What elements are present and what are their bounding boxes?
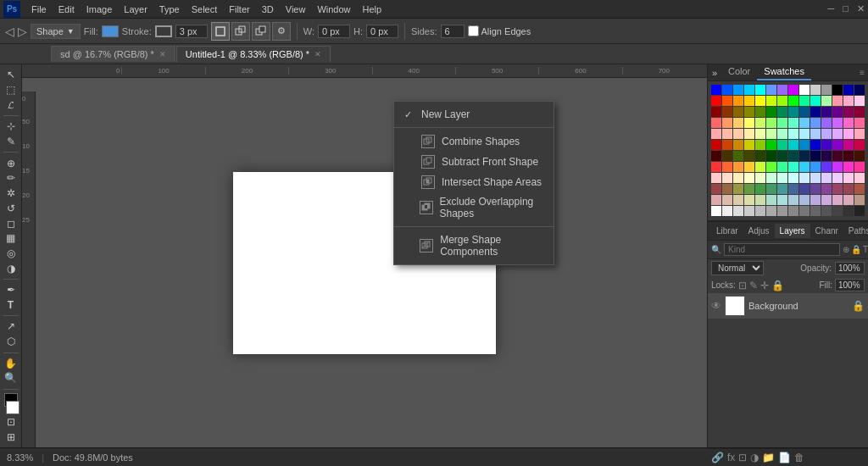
color-swatch-cell[interactable] [777,162,787,172]
color-swatch-cell[interactable] [810,140,821,150]
color-swatch-cell[interactable] [854,129,865,139]
back-arrow-icon[interactable]: ◁ [5,25,14,38]
layer-style-icon[interactable]: fx [727,452,735,463]
color-swatch-cell[interactable] [810,173,821,183]
color-swatch-cell[interactable] [854,96,865,106]
color-swatch-cell[interactable] [733,162,743,172]
color-swatch-cell[interactable] [799,195,810,205]
color-swatch-cell[interactable] [810,206,821,216]
color-swatch-cell[interactable] [843,151,854,161]
color-swatch-cell[interactable] [733,129,743,139]
color-swatch-cell[interactable] [810,107,821,117]
minimize-button[interactable]: ─ [828,3,835,14]
clone-stamp-tool[interactable]: ✲ [2,186,20,201]
color-swatch-cell[interactable] [799,206,810,216]
layers-filter-icon[interactable]: ⊕ [843,245,849,254]
path-selection-tool[interactable]: ↗ [2,319,20,334]
color-swatch-cell[interactable] [832,140,843,150]
color-swatch-cell[interactable] [711,129,721,139]
menu-window[interactable]: Window [311,3,356,16]
color-swatch-cell[interactable] [799,173,810,183]
color-swatch-cell[interactable] [854,162,865,172]
lock-position-icon[interactable]: ✛ [760,280,769,291]
color-swatch-cell[interactable] [854,206,865,216]
delete-layer-icon[interactable]: 🗑 [794,452,804,463]
color-swatch-cell[interactable] [777,118,787,128]
color-swatch-cell[interactable] [788,85,798,95]
color-swatch-cell[interactable] [832,118,843,128]
color-swatch-cell[interactable] [722,129,732,139]
add-mask-icon[interactable]: ⊡ [738,452,747,463]
layers-type-icon[interactable]: T [863,245,868,254]
color-swatch-cell[interactable] [744,107,754,117]
color-swatch-cell[interactable] [799,129,810,139]
swatches-tab[interactable]: Swatches [757,64,811,80]
color-swatch-cell[interactable] [744,195,754,205]
color-swatch-cell[interactable] [777,140,787,150]
lasso-tool[interactable]: 𝓛 [2,97,20,112]
color-swatch-cell[interactable] [722,96,732,106]
eraser-tool[interactable]: ◻ [2,216,20,230]
dodge-tool[interactable]: ◑ [2,261,20,275]
shape-selector[interactable]: Shape ▼ [31,24,81,39]
canvas-viewport[interactable] [22,78,707,447]
new-layer-shape-button[interactable] [211,22,230,41]
color-swatch-cell[interactable] [810,85,821,95]
color-swatch-cell[interactable] [777,206,787,216]
dropdown-item-subtract-front-shape[interactable]: Subtract Front Shape [394,152,554,172]
color-swatch-cell[interactable] [766,195,776,205]
color-swatch-cell[interactable] [821,184,832,194]
color-swatch-cell[interactable] [799,184,810,194]
menu-select[interactable]: Select [186,3,224,16]
color-swatch-cell[interactable] [799,85,810,95]
color-swatch-cell[interactable] [788,118,798,128]
color-swatch-cell[interactable] [799,140,810,150]
color-swatch-cell[interactable] [810,129,821,139]
color-swatch-cell[interactable] [843,195,854,205]
stroke-color-swatch[interactable] [155,25,172,37]
color-swatch-cell[interactable] [766,140,776,150]
color-swatch-cell[interactable] [744,151,754,161]
color-swatch-cell[interactable] [711,140,721,150]
color-swatch-cell[interactable] [766,173,776,183]
color-swatch-cell[interactable] [810,184,821,194]
color-swatch-cell[interactable] [810,162,821,172]
color-swatch-cell[interactable] [744,140,754,150]
panel-options-icon[interactable]: ≡ [860,68,865,77]
color-swatch-cell[interactable] [821,206,832,216]
link-layers-icon[interactable]: 🔗 [711,452,724,463]
color-swatch-cell[interactable] [744,184,754,194]
color-swatch-cell[interactable] [711,195,721,205]
color-swatch-cell[interactable] [711,96,721,106]
color-swatch-cell[interactable] [832,129,843,139]
quick-mask-tool[interactable]: ⊡ [2,415,20,430]
color-swatch-cell[interactable] [821,107,832,117]
color-swatch-cell[interactable] [744,129,754,139]
lock-all-icon[interactable]: 🔒 [771,280,784,291]
dropdown-item-intersect-shape-areas[interactable]: Intersect Shape Areas [394,172,554,192]
color-swatch-cell[interactable] [832,107,843,117]
color-swatch-cell[interactable] [733,96,743,106]
color-swatch-cell[interactable] [799,118,810,128]
type-tool[interactable]: T [2,298,20,313]
color-swatch-cell[interactable] [810,96,821,106]
layers-search-input[interactable] [724,243,840,256]
color-swatch-cell[interactable] [766,107,776,117]
color-swatch-cell[interactable] [766,85,776,95]
color-swatch-cell[interactable] [821,96,832,106]
color-swatch-cell[interactable] [843,85,854,95]
color-swatch-cell[interactable] [788,162,798,172]
screen-mode-tool[interactable]: ⊞ [2,430,20,444]
color-swatch-cell[interactable] [777,173,787,183]
color-swatch-cell[interactable] [733,140,743,150]
color-swatch-cell[interactable] [711,206,721,216]
color-swatch-cell[interactable] [788,173,798,183]
lock-image-icon[interactable]: ✎ [749,280,758,291]
color-swatch-cell[interactable] [744,162,754,172]
tab-untitled[interactable]: Untitled-1 @ 8.33% (RGB/8) * ✕ [176,46,331,62]
panel-collapse-button[interactable]: » [708,64,721,80]
combine-shapes-button[interactable] [231,22,250,41]
layer-lock-icon[interactable]: 🔒 [852,300,865,312]
color-swatch-cell[interactable] [854,107,865,117]
color-swatch-cell[interactable] [821,162,832,172]
